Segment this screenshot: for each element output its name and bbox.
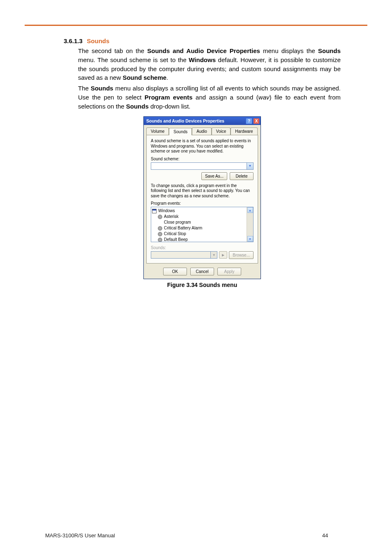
tree-item-label: Critical Stop [164,231,186,237]
chevron-down-icon: ▼ [212,253,216,257]
footer-page-number: 44 [322,532,347,539]
browse-button[interactable]: Browse... [229,251,254,259]
paragraph-2: The Sounds menu also displays a scrollin… [64,84,341,111]
scheme-input[interactable] [151,162,247,170]
tab-hardware[interactable]: Hardware [231,127,257,135]
dialog-title: Sounds and Audio Devices Properties [146,118,245,123]
events-label: Program events: [151,201,254,206]
tab-body: A sound scheme is a set of sounds applie… [146,135,258,264]
tree-item-label: Default Beep [164,237,188,242]
blank-icon [158,220,162,225]
cancel-button[interactable]: Cancel [190,268,214,275]
change-description: To change sounds, click a program event … [151,183,254,199]
section-heading: 3.6.1.3 Sounds [64,37,341,45]
tree-item-label: Asterisk [164,214,179,220]
sound-icon [158,215,162,219]
scroll-up-icon[interactable]: ▲ [247,207,253,213]
tab-sounds[interactable]: Sounds [169,128,192,135]
tree-root-label: Windows [158,208,175,214]
sounds-dropdown-button[interactable]: ▼ [211,251,217,259]
tab-voice[interactable]: Voice [212,127,231,135]
tree-item[interactable]: Asterisk [152,214,246,220]
tree-item[interactable]: Critical Battery Alarm [152,225,246,231]
play-button[interactable]: ▶ [219,251,227,259]
chevron-down-icon: ▼ [249,164,252,168]
help-button[interactable]: ? [246,118,252,124]
tab-volume[interactable]: Volume [146,127,169,135]
sound-icon [158,226,162,231]
sounds-combo[interactable]: ▼ [151,251,217,259]
tree-item[interactable]: Default Beep [152,237,246,242]
window-icon [152,209,157,213]
sounds-label: Sounds: [151,245,254,250]
tree-item-label: Critical Battery Alarm [164,225,202,231]
apply-button[interactable]: Apply [217,268,241,275]
close-button[interactable]: X [253,118,260,124]
tree-item-label: Close program [164,220,191,225]
tree-item[interactable]: Close program [152,220,246,225]
footer-manual-name: MARS-3100R/S User Manual [45,532,322,539]
sounds-input[interactable] [151,251,211,259]
list-scrollbar[interactable]: ▲ ▼ [247,207,253,242]
scheme-description: A sound scheme is a set of sounds applie… [151,139,254,154]
program-events-list[interactable]: Windows Asterisk Close program [151,207,254,242]
save-as-button[interactable]: Save As... [201,172,227,180]
scheme-combo[interactable]: ▼ [151,162,254,170]
figure-caption: Figure 3.34 Sounds menu [167,282,237,288]
tree-root[interactable]: Windows [152,208,246,214]
tab-strip: Volume Sounds Audio Voice Hardware [144,125,261,135]
tab-audio[interactable]: Audio [192,127,212,135]
sound-icon [158,238,162,242]
dialog-titlebar: Sounds and Audio Devices Properties ? X [144,117,261,125]
play-icon: ▶ [222,253,224,257]
page-footer: MARS-3100R/S User Manual 44 [0,532,392,539]
section-number: 3.6.1.3 [64,37,83,44]
ok-button[interactable]: OK [163,268,187,275]
top-rule [25,25,367,26]
scheme-label: Sound scheme: [151,157,254,161]
tree-item[interactable]: Critical Stop [152,231,246,237]
section-title: Sounds [87,37,109,44]
scheme-dropdown-button[interactable]: ▼ [247,162,254,170]
sounds-dialog: Sounds and Audio Devices Properties ? X … [143,116,261,279]
delete-button[interactable]: Delete [230,172,254,180]
scroll-down-icon[interactable]: ▼ [247,236,253,242]
paragraph-1: The second tab on the Sounds and Audio D… [64,46,341,82]
sound-icon [158,232,162,236]
